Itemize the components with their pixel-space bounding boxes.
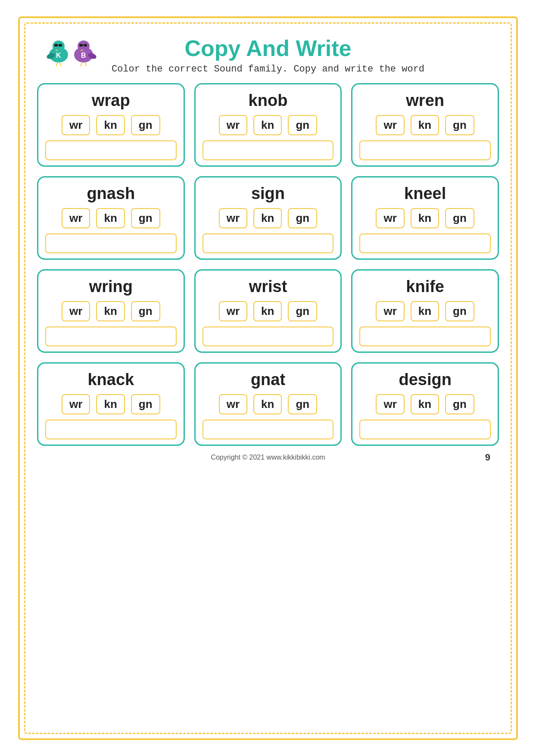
card-word: wring	[89, 277, 133, 296]
option-box[interactable]: wr	[376, 208, 404, 228]
write-box[interactable]	[203, 140, 334, 160]
option-box[interactable]: kn	[411, 208, 439, 228]
option-box[interactable]: wr	[62, 394, 90, 414]
card-word: gnat	[251, 370, 285, 389]
svg-line-18	[85, 62, 87, 66]
word-card: wrapwrkngn	[37, 83, 185, 167]
option-box[interactable]: gn	[131, 301, 160, 321]
option-box[interactable]: wr	[62, 115, 90, 135]
word-card: signwrkngn	[194, 176, 342, 260]
option-box[interactable]: wr	[376, 115, 404, 135]
options-row: wrkngn	[376, 115, 474, 135]
card-word: knife	[406, 277, 444, 296]
svg-text:K: K	[56, 52, 61, 59]
word-card: designwrkngn	[351, 362, 499, 446]
options-row: wrkngn	[62, 301, 160, 321]
option-box[interactable]: kn	[411, 301, 439, 321]
option-box[interactable]: kn	[96, 301, 125, 321]
option-box[interactable]: gn	[288, 208, 317, 228]
option-box[interactable]: kn	[411, 115, 439, 135]
card-word: wren	[406, 91, 444, 110]
word-card: kneelwrkngn	[351, 176, 499, 260]
card-word: sign	[251, 184, 285, 203]
write-box[interactable]	[203, 420, 334, 439]
svg-line-17	[81, 62, 82, 66]
word-card: gnashwrkngn	[37, 176, 185, 260]
option-box[interactable]: gn	[288, 394, 317, 414]
option-box[interactable]: gn	[131, 115, 160, 135]
option-box[interactable]: kn	[253, 115, 282, 135]
svg-line-8	[59, 62, 61, 66]
svg-point-1	[53, 40, 65, 52]
svg-rect-13	[84, 44, 87, 47]
svg-rect-3	[59, 44, 62, 47]
option-box[interactable]: kn	[253, 208, 282, 228]
write-box[interactable]	[45, 140, 177, 160]
word-card: knackwrkngn	[37, 362, 185, 446]
card-word: knob	[249, 91, 288, 110]
write-box[interactable]	[45, 233, 177, 253]
option-box[interactable]: wr	[219, 301, 247, 321]
page-subtitle: Color the correct Sound family. Copy and…	[112, 64, 424, 75]
logo: K B	[46, 31, 97, 70]
option-box[interactable]: kn	[96, 115, 125, 135]
word-card: wrenwrkngn	[351, 83, 499, 167]
option-box[interactable]: kn	[253, 394, 282, 414]
option-box[interactable]: wr	[376, 301, 404, 321]
options-row: wrkngn	[62, 115, 160, 135]
option-box[interactable]: gn	[445, 115, 474, 135]
copyright-text: Copyright © 2021 www.kikkibikki.com	[211, 454, 325, 461]
options-row: wrkngn	[219, 394, 317, 414]
svg-rect-12	[79, 44, 83, 47]
options-row: wrkngn	[219, 301, 317, 321]
word-card: knifewrkngn	[351, 269, 499, 353]
word-card: wringwrkngn	[37, 269, 185, 353]
write-box[interactable]	[45, 327, 177, 346]
card-word: knack	[87, 370, 134, 389]
write-box[interactable]	[359, 140, 491, 160]
options-row: wrkngn	[376, 208, 474, 228]
footer: Copyright © 2021 www.kikkibikki.com 9	[37, 454, 499, 461]
option-box[interactable]: wr	[219, 208, 247, 228]
card-word: gnash	[87, 184, 135, 203]
word-card: knobwrkngn	[194, 83, 342, 167]
option-box[interactable]: gn	[445, 301, 474, 321]
options-row: wrkngn	[62, 208, 160, 228]
page: K B Copy And Write Color the correc	[18, 16, 518, 740]
option-box[interactable]: wr	[62, 301, 90, 321]
options-row: wrkngn	[219, 208, 317, 228]
options-row: wrkngn	[62, 394, 160, 414]
option-box[interactable]: wr	[62, 208, 90, 228]
option-box[interactable]: gn	[131, 394, 160, 414]
write-box[interactable]	[45, 420, 177, 439]
page-number: 9	[485, 452, 490, 463]
word-card: gnatwrkngn	[194, 362, 342, 446]
option-box[interactable]: kn	[96, 208, 125, 228]
svg-line-7	[56, 62, 58, 66]
option-box[interactable]: gn	[445, 394, 474, 414]
logo-birds: K B	[46, 31, 97, 70]
option-box[interactable]: gn	[445, 208, 474, 228]
option-box[interactable]: gn	[288, 115, 317, 135]
cards-grid: wrapwrkngnknobwrkngnwrenwrkngngnashwrkng…	[37, 83, 499, 446]
options-row: wrkngn	[376, 301, 474, 321]
write-box[interactable]	[203, 327, 334, 346]
header: K B Copy And Write Color the correc	[37, 31, 499, 75]
option-box[interactable]: gn	[131, 208, 160, 228]
option-box[interactable]: kn	[253, 301, 282, 321]
option-box[interactable]: gn	[288, 301, 317, 321]
write-box[interactable]	[359, 420, 491, 439]
card-word: kneel	[404, 184, 446, 203]
write-box[interactable]	[203, 233, 334, 253]
option-box[interactable]: wr	[376, 394, 404, 414]
option-box[interactable]: wr	[219, 394, 247, 414]
options-row: wrkngn	[376, 394, 474, 414]
option-box[interactable]: kn	[96, 394, 125, 414]
card-word: design	[399, 370, 451, 389]
svg-rect-2	[54, 44, 58, 47]
write-box[interactable]	[359, 233, 491, 253]
option-box[interactable]: wr	[219, 115, 247, 135]
write-box[interactable]	[359, 327, 491, 346]
word-card: wristwrkngn	[194, 269, 342, 353]
option-box[interactable]: kn	[411, 394, 439, 414]
